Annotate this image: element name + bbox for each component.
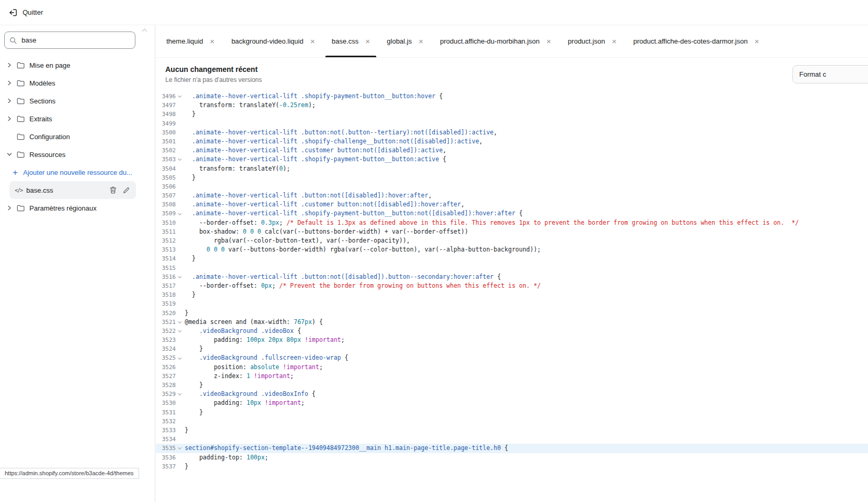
tab-close-icon[interactable]: × [419,37,424,45]
tab-close-icon[interactable]: × [755,37,759,45]
tab-bar: theme.liquid×background-video.liquid×bas… [156,25,868,58]
chevron-right-icon[interactable] [5,62,13,68]
code-line-3506[interactable]: 3506 [156,182,868,191]
code-line-3531[interactable]: 3531 } [156,408,868,417]
fold-toggle-icon[interactable] [176,358,184,359]
delete-file-icon[interactable] [110,186,117,194]
code-line-3502[interactable]: 3502 .animate--hover-vertical-lift .cust… [156,146,868,155]
code-line-3514[interactable]: 3514 } [156,254,868,263]
code-line-3520[interactable]: 3520} [156,309,868,318]
code-line-3530[interactable]: 3530 padding: 10px !important; [156,399,868,407]
code-line-3528[interactable]: 3528 } [156,381,868,390]
sidebar-item-add-resource[interactable]: + Ajouter une nouvelle ressource du... [0,163,155,181]
sidebar-item-sections[interactable]: Sections [0,92,155,110]
code-line-3518[interactable]: 3518 } [156,290,868,299]
fold-toggle-icon[interactable] [176,321,184,323]
code-line-3515[interactable]: 3515 [156,264,868,273]
code-line-3535[interactable]: 3535section#shopify-section-template--19… [156,444,868,453]
chevron-down-icon[interactable] [5,152,13,156]
code-line-3521[interactable]: 3521@media screen and (max-width: 767px)… [156,318,868,327]
code-line-3509[interactable]: 3509 .animate--hover-vertical-lift .shop… [156,209,868,218]
line-number: 3537 [156,462,176,471]
token-pln: padding: [185,336,247,343]
chevron-right-icon[interactable] [5,205,13,211]
sidebar-item-base-css[interactable]: </> base.css [9,181,136,199]
tab-background-video.liquid[interactable]: background-video.liquid× [223,25,323,57]
sidebar-search-input[interactable] [4,32,135,49]
sidebar-item-extraits[interactable]: Extraits [0,110,155,128]
scroll-up-arrow-icon[interactable] [142,29,147,34]
code-line-3537[interactable]: 3537} [156,462,868,471]
code-line-3516[interactable]: 3516 .animate--hover-vertical-lift .butt… [156,273,868,281]
fold-toggle-icon[interactable] [176,213,184,215]
line-number: 3514 [156,254,176,263]
code-line-3526[interactable]: 3526 position: absolute !important; [156,363,868,372]
code-line-3504[interactable]: 3504 transform: translateY(0); [156,164,868,173]
tab-close-icon[interactable]: × [612,37,617,45]
code-line-3497[interactable]: 3497 transform: translateY(-0.25rem); [156,101,868,110]
code-text: } [184,426,188,435]
code-line-3503[interactable]: 3503 .animate--hover-vertical-lift .shop… [156,155,868,164]
quit-button[interactable]: Quitter [8,8,43,17]
format-button[interactable]: Format c [792,65,868,83]
line-number: 3524 [156,344,176,353]
code-line-3496[interactable]: 3496 .animate--hover-vertical-lift .shop… [156,92,868,101]
code-editor[interactable]: 3496 .animate--hover-vertical-lift .shop… [156,92,868,471]
code-line-3507[interactable]: 3507 .animate--hover-vertical-lift .butt… [156,191,868,200]
sidebar-item-mise-en-page[interactable]: Mise en page [0,56,155,74]
code-line-3508[interactable]: 3508 .animate--hover-vertical-lift .cust… [156,200,868,209]
code-line-3529[interactable]: 3529 .videoBackground .videoBoxInfo { [156,390,868,399]
tab-close-icon[interactable]: × [310,37,315,45]
fold-toggle-icon[interactable] [176,330,184,332]
code-line-3519[interactable]: 3519 [156,299,868,308]
sidebar-item-parametres-regionaux[interactable]: Paramètres régionaux [0,199,155,217]
tab-product.json[interactable]: product.json× [559,25,625,57]
token-pln: ; [272,282,279,289]
code-line-3532[interactable]: 3532 [156,417,868,426]
code-line-3510[interactable]: 3510 --border-offset: 0.3px; /* Default … [156,218,868,227]
token-num: 0 0 0 [207,246,225,253]
chevron-right-icon[interactable] [5,98,13,103]
code-line-3525[interactable]: 3525 .videoBackground .fullscreen-video-… [156,353,868,362]
line-number: 3527 [156,372,176,381]
chevron-right-icon[interactable] [5,116,13,121]
code-line-3512[interactable]: 3512 rgba(var(--color-button-text), var(… [156,236,868,245]
fold-toggle-icon[interactable] [176,159,184,160]
fold-toggle-icon[interactable] [176,393,184,395]
code-line-3524[interactable]: 3524 } [156,344,868,353]
code-line-3500[interactable]: 3500 .animate--hover-vertical-lift .butt… [156,128,868,137]
code-line-3513[interactable]: 3513 0 0 0 var(--buttons-border-width) r… [156,245,868,254]
code-line-3511[interactable]: 3511 box-shadow: 0 0 0 calc(var(--button… [156,227,868,236]
chevron-right-icon[interactable] [5,80,13,86]
code-line-3499[interactable]: 3499 [156,119,868,128]
token-pln: ; [341,336,345,343]
code-line-3534[interactable]: 3534 [156,435,868,444]
tab-product.affiche-des-cotes-darmor.json[interactable]: product.affiche-des-cotes-darmor.json× [625,25,768,57]
code-line-3517[interactable]: 3517 --border-offset: 0px; /* Prevent th… [156,281,868,290]
sidebar-item-ressources[interactable]: Ressources [0,145,155,163]
sidebar-item-configuration[interactable]: Configuration [0,128,155,145]
code-line-3501[interactable]: 3501 .animate--hover-vertical-lift .shop… [156,137,868,146]
tab-close-icon[interactable]: × [546,37,551,45]
code-text: } [184,462,188,471]
token-sel: .animate--hover-vertical-lift .button:no… [185,273,497,280]
tab-global.js[interactable]: global.js× [378,25,431,57]
tab-base.css[interactable]: base.css× [323,25,378,57]
code-line-3522[interactable]: 3522 .videoBackground .videoBox { [156,327,868,336]
fold-toggle-icon[interactable] [176,96,184,97]
file-row-actions [110,181,130,199]
fold-toggle-icon[interactable] [176,447,184,449]
fold-toggle-icon[interactable] [176,276,184,278]
rename-file-icon[interactable] [123,187,130,194]
tab-close-icon[interactable]: × [210,37,215,45]
sidebar-item-modeles[interactable]: Modèles [0,74,155,92]
tab-close-icon[interactable]: × [365,37,370,45]
code-line-3527[interactable]: 3527 z-index: 1 !important; [156,372,868,381]
code-line-3533[interactable]: 3533} [156,426,868,435]
code-line-3536[interactable]: 3536 padding-top: 100px; [156,453,868,462]
code-line-3505[interactable]: 3505 } [156,173,868,182]
tab-theme.liquid[interactable]: theme.liquid× [158,25,223,57]
code-line-3523[interactable]: 3523 padding: 100px 20px 80px !important… [156,336,868,344]
tab-product.affiche-du-morbihan.json[interactable]: product.affiche-du-morbihan.json× [432,25,560,57]
code-line-3498[interactable]: 3498 } [156,110,868,119]
